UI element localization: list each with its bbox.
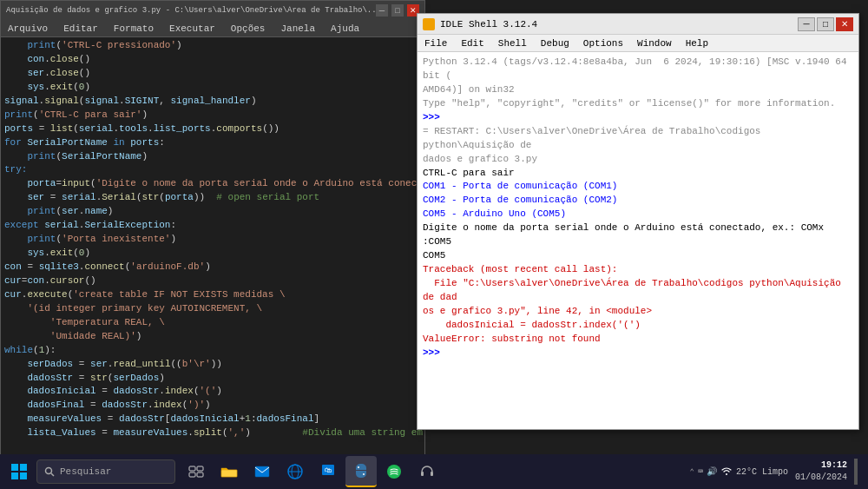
editor-titlebar: Aquisição de dados e grafico 3.py - C:\U… [1,1,424,20]
taskbar-search-label: Pesquisar [60,466,111,477]
editor-line: print(ser.name) [4,205,421,219]
editor-line: cur.execute('create table IF NOT EXISTS … [4,288,421,302]
idle-input-line: Digite o nome da porta serial onde o Ard… [423,221,853,249]
editor-line: porta=input('Digite o nome da porta seri… [4,177,421,191]
idle-menu-debug[interactable]: Debug [537,36,573,50]
idle-com2-line: COM2 - Porta de comunicação (COM2) [423,194,853,208]
taskbar-search[interactable]: Pesquisar [36,459,175,484]
editor-line: measureValues = dadosStr[dadosInicial+1:… [4,413,421,426]
wifi-icon[interactable] [720,466,733,479]
headphones-button[interactable] [411,456,443,487]
headphones-icon [419,464,435,479]
svg-line-5 [51,473,54,476]
idle-menu-file[interactable]: File [421,36,450,50]
idle-menu-help[interactable]: Help [682,36,712,50]
idle-com5-result: COM5 [423,249,853,263]
idle-prompt-end: >>> [423,347,853,360]
keyboard-icon: ⌨ [698,466,703,477]
store-icon: 🛍 [320,464,336,479]
editor-line: except serial.SerialException: [4,219,421,233]
menu-arquivo[interactable]: Arquivo [4,22,51,36]
editor-line: while(1): [4,344,421,358]
svg-rect-20 [421,472,424,476]
idle-output-line: Python 3.12.4 (tags/v3.12.4:8e8a4ba, Jun… [423,56,853,83]
editor-line: sys.exit(0) [4,81,421,95]
svg-rect-0 [11,464,18,471]
file-explorer-button[interactable] [214,456,245,487]
svg-point-4 [46,468,52,474]
idle-maximize-button[interactable]: □ [817,17,834,31]
browser-button[interactable] [279,456,311,487]
menu-opcoes[interactable]: Opções [227,22,269,36]
editor-line: ser = serial.Serial(str(porta)) # open s… [4,191,421,205]
idle-menubar: File Edit Shell Debug Options Window Hel… [418,35,858,52]
idle-error-line: ValueError: substring not found [423,333,853,347]
systray: ⌃ ⌨ 🔊 22°C Limpo [690,466,788,479]
idle-taskbar-button[interactable] [345,456,377,487]
idle-titlebar-left: IDLE Shell 3.12.4 [423,18,537,30]
python-icon [353,463,369,479]
idle-code-line: dadosInicial = dadosStr.index('(') [423,319,853,333]
clock-time: 19:12 [795,459,847,472]
volume-icon[interactable]: 🔊 [707,466,717,477]
taskbar: Pesquisar [0,454,868,489]
email-button[interactable] [247,456,278,487]
editor-line: for SerialPortName in ports: [4,136,421,150]
editor-line: dadosFinal = dadosStr.index(')') [4,399,421,413]
idle-output-line: Type "help", "copyright", "credits" or "… [423,97,853,111]
spotify-button[interactable] [378,456,410,487]
idle-ctrl-line: CTRL-C para sair [423,167,853,181]
idle-content: Python 3.12.4 (tags/v3.12.4:8e8a4ba, Jun… [418,52,858,408]
search-icon [44,466,55,477]
editor-line: print(SerialPortName) [4,150,421,164]
svg-point-18 [363,473,365,475]
idle-com5-line: COM5 - Arduino Uno (COM5) [423,208,853,221]
editor-line: print('Porta inexistente') [4,233,421,247]
editor-line: try: [4,163,421,177]
svg-text:🛍: 🛍 [325,466,332,474]
menu-editar[interactable]: Editar [60,22,102,36]
email-icon [254,466,270,478]
show-desktop-button[interactable] [854,459,858,485]
editor-line: 'Umidade REAL)') [4,330,421,344]
editor-line: dadosInicial = dadosStr.index('(') [4,385,421,399]
idle-file-line2: os e grafico 3.py", line 42, in <module> [423,305,853,319]
idle-close-button[interactable]: ✕ [836,17,853,31]
svg-rect-2 [11,472,18,479]
start-button[interactable] [3,458,35,486]
taskview-button[interactable] [181,456,212,487]
idle-menu-edit[interactable]: Edit [457,36,487,50]
editor-line: dadosStr = str(serDados) [4,372,421,386]
idle-minimize-button[interactable]: ─ [798,17,815,31]
idle-com1-line: COM1 - Porta de comunicação (COM1) [423,180,853,194]
menu-formato[interactable]: Formato [110,22,157,36]
editor-maximize-button[interactable]: □ [391,4,404,17]
idle-menu-window[interactable]: Window [634,36,675,50]
menu-janela[interactable]: Janela [277,22,319,36]
idle-icon [423,18,435,30]
svg-rect-6 [189,466,195,471]
editor-title: Aquisição de dados e grafico 3.py - C:\U… [6,6,376,15]
idle-titlebar-controls: ─ □ ✕ [798,17,853,31]
menu-ajuda[interactable]: Ajuda [327,22,363,36]
idle-menu-options[interactable]: Options [580,36,627,50]
editor-menubar: Arquivo Editar Formato Executar Opções J… [1,20,424,37]
editor-line: ser.close() [4,67,421,81]
menu-executar[interactable]: Executar [166,22,219,36]
idle-title: IDLE Shell 3.12.4 [440,19,537,30]
idle-traceback-line: Traceback (most recent call last): [423,263,853,277]
svg-rect-11 [255,466,269,477]
store-button[interactable]: 🛍 [312,456,344,487]
folder-icon [220,465,238,479]
svg-rect-8 [189,472,195,477]
idle-prompt-line: >>> [423,111,853,125]
editor-line: con.close() [4,53,421,67]
idle-output-line: AMD64)] on win32 [423,83,853,97]
systray-chevron[interactable]: ⌃ [690,467,694,477]
svg-rect-10 [221,470,237,477]
editor-minimize-button[interactable]: ─ [376,4,388,17]
editor-titlebar-controls: ─ □ ✕ [376,4,419,17]
idle-menu-shell[interactable]: Shell [495,36,530,50]
svg-rect-9 [197,472,203,477]
editor-line: '(id integer primary key AUTOINCREMENT, … [4,302,421,316]
